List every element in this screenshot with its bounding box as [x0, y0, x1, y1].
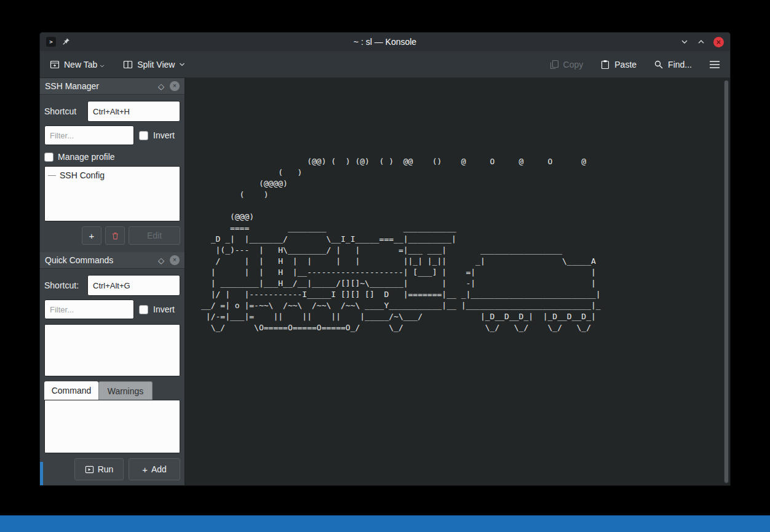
- ssh-manager-title: SSH Manager: [45, 81, 153, 91]
- paste-button[interactable]: Paste: [600, 60, 637, 69]
- qc-shortcut-label: Shortcut:: [44, 280, 87, 290]
- ssh-filter-row: Invert: [44, 125, 180, 145]
- ssh-filter-input[interactable]: [44, 125, 134, 145]
- trash-icon: [111, 231, 120, 240]
- blue-accent-mark: [40, 462, 43, 485]
- ssh-invert-checkbox[interactable]: [139, 131, 148, 140]
- chevron-down-icon: [680, 38, 689, 46]
- run-button[interactable]: Run: [74, 458, 124, 480]
- quick-commands-panel: Quick Commands ◇ × Shortcut: Invert: [40, 252, 185, 480]
- scrollbar-thumb[interactable]: [724, 81, 728, 483]
- toolbar: New Tab Split View Copy Paste: [40, 51, 730, 78]
- ssh-manager-panel: SSH Manager ◇ × Shortcut Invert: [40, 78, 185, 245]
- konsole-app-icon: >: [46, 37, 56, 47]
- close-icon: [713, 37, 724, 47]
- add-label: Add: [151, 464, 167, 474]
- desktop-taskbar-strip: [0, 515, 770, 532]
- manage-profile-checkbox[interactable]: [44, 153, 54, 162]
- paste-icon: [600, 60, 610, 69]
- find-button[interactable]: Find...: [654, 60, 692, 69]
- qc-filter-input[interactable]: [44, 300, 134, 319]
- qc-filter-row: Invert: [44, 300, 180, 319]
- tab-warnings[interactable]: Warnings: [98, 381, 153, 400]
- manage-profile-row: Manage profile: [44, 152, 180, 162]
- sidebar: SSH Manager ◇ × Shortcut Invert: [40, 78, 185, 485]
- command-editor[interactable]: [44, 400, 180, 453]
- close-panel-button[interactable]: ×: [170, 255, 180, 265]
- chevron-up-icon: [697, 38, 705, 46]
- tree-item-label: SSH Config: [60, 170, 105, 180]
- pin-icon[interactable]: [62, 38, 70, 46]
- new-tab-icon: [50, 60, 60, 69]
- run-label: Run: [98, 464, 114, 474]
- konsole-window: > ~ : sl — Konsole: [39, 32, 731, 486]
- plus-icon: +: [89, 231, 95, 240]
- add-ssh-button[interactable]: +: [82, 226, 101, 245]
- edit-ssh-button[interactable]: Edit: [129, 226, 180, 245]
- diamond-icon: ◇: [158, 256, 164, 264]
- ssh-shortcut-input[interactable]: [87, 101, 180, 122]
- quick-commands-header: Quick Commands ◇ ×: [40, 252, 185, 269]
- new-tab-button[interactable]: New Tab: [50, 60, 105, 69]
- run-icon: [85, 465, 94, 474]
- maximize-button[interactable]: [697, 38, 705, 46]
- close-panel-button[interactable]: ×: [170, 81, 180, 91]
- desktop: > ~ : sl — Konsole: [0, 0, 770, 532]
- plus-icon: +: [142, 465, 148, 474]
- close-icon: ×: [170, 81, 180, 91]
- ssh-shortcut-label: Shortcut: [44, 106, 87, 116]
- close-icon: ×: [170, 255, 180, 265]
- manage-profile-label: Manage profile: [58, 152, 115, 162]
- close-button[interactable]: [713, 37, 724, 47]
- terminal-scrollbar[interactable]: [724, 80, 729, 483]
- copy-icon: [549, 60, 559, 69]
- add-command-button[interactable]: + Add: [129, 458, 180, 480]
- tab-command[interactable]: Command: [44, 381, 98, 400]
- sl-train-ascii-art: (@@) ( ) (@) ( ) @@ () @ O @ O @ ( ) (@@…: [201, 156, 605, 333]
- hamburger-icon: [709, 60, 720, 69]
- ssh-actions-row: + Edit: [44, 226, 180, 245]
- ssh-shortcut-row: Shortcut: [44, 101, 180, 122]
- split-view-button[interactable]: Split View: [123, 60, 185, 69]
- paste-label: Paste: [614, 60, 637, 69]
- qc-invert-checkbox[interactable]: [139, 305, 148, 314]
- ssh-manager-header: SSH Manager ◇ ×: [40, 78, 185, 95]
- qc-actions-row: Run + Add: [44, 458, 180, 480]
- prompt-glyph: >: [49, 39, 52, 45]
- float-panel-button[interactable]: ◇: [158, 256, 164, 264]
- quick-commands-list[interactable]: [44, 324, 180, 376]
- window-title: ~ : sl — Konsole: [40, 37, 730, 47]
- copy-label: Copy: [563, 60, 584, 69]
- copy-button[interactable]: Copy: [549, 60, 584, 69]
- split-view-icon: [123, 60, 133, 69]
- find-label: Find...: [668, 60, 692, 69]
- tree-item-ssh-config[interactable]: SSH Config: [48, 169, 177, 181]
- qc-shortcut-input[interactable]: [87, 275, 180, 296]
- search-icon: [654, 60, 664, 69]
- menu-button[interactable]: [709, 60, 720, 69]
- qc-invert-label: Invert: [153, 304, 175, 314]
- titlebar[interactable]: > ~ : sl — Konsole: [40, 33, 730, 51]
- chevron-down-icon: [179, 63, 185, 66]
- ssh-profile-list[interactable]: SSH Config: [44, 166, 180, 221]
- quick-commands-title: Quick Commands: [45, 255, 153, 265]
- split-view-label: Split View: [137, 60, 175, 69]
- minimize-button[interactable]: [680, 38, 689, 46]
- chevron-down-icon: [100, 65, 105, 68]
- qc-tabs: Command Warnings: [44, 381, 180, 400]
- qc-shortcut-row: Shortcut:: [44, 275, 180, 296]
- terminal-view[interactable]: (@@) ( ) (@) ( ) @@ () @ O @ O @ ( ) (@@…: [185, 78, 730, 485]
- float-panel-button[interactable]: ◇: [158, 82, 164, 90]
- ssh-invert-label: Invert: [153, 130, 175, 140]
- new-tab-label: New Tab: [64, 60, 97, 69]
- tree-branch-line: [48, 175, 56, 176]
- diamond-icon: ◇: [158, 82, 164, 90]
- delete-ssh-button[interactable]: [105, 226, 125, 245]
